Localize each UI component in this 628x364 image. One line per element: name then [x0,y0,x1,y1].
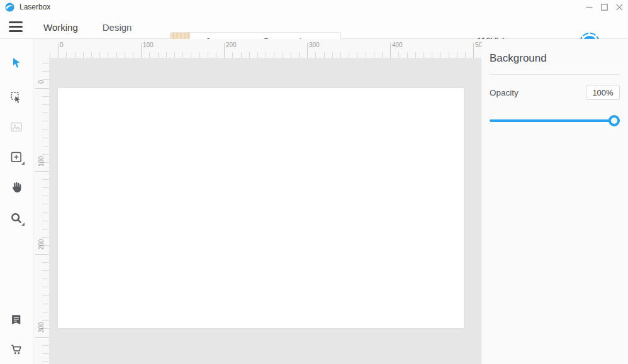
tab-working[interactable]: Working [42,14,79,41]
submenu-triangle-icon [21,223,25,226]
title-bar: Laserbox [0,0,628,14]
panel-title: Background [490,52,620,65]
close-button[interactable] [612,0,627,14]
slider-thumb[interactable] [608,115,620,126]
app-title: Laserbox [20,3,50,11]
bulletin-icon [9,313,23,327]
menu-button[interactable] [9,21,23,32]
background-panel: Background Opacity 100% [481,39,628,364]
v-ruler-label: 200 [38,224,45,250]
shape-tool[interactable] [5,146,28,168]
submenu-triangle-icon [21,162,25,165]
hamburger-icon [9,21,23,23]
image-tool[interactable] [5,116,28,138]
opacity-row: Opacity 100% [490,85,620,100]
maximize-button[interactable] [597,0,612,14]
cart-icon [9,343,23,356]
tab-working-label: Working [43,22,78,33]
v-ruler-label: 300 [38,307,45,333]
select-tool[interactable] [5,52,28,74]
left-toolbar [0,39,33,364]
h-ruler-label: 0 [60,41,64,48]
hand-icon [9,180,23,194]
h-ruler-label: 100 [143,41,154,48]
panel-divider [490,74,620,75]
zoom-tool[interactable] [5,207,28,229]
opacity-label: Opacity [490,88,519,97]
arrow-cursor-icon [9,56,23,70]
image-icon [9,120,23,134]
opacity-input[interactable]: 100% [586,85,620,100]
h-ruler-label: 200 [226,41,237,48]
h-ruler-label: 500 [475,41,481,48]
opacity-slider[interactable] [490,115,620,126]
v-ruler-label: 100 [38,141,45,167]
store-tool[interactable] [5,338,28,361]
toolbar: Working Design 3mm Basswood 110Vlsbx [0,14,628,39]
h-ruler-label: 300 [309,41,320,48]
tab-design[interactable]: Design [101,14,133,41]
news-tool[interactable] [5,309,28,331]
slider-fill [490,119,620,122]
minimize-icon [586,4,593,11]
close-icon [616,4,623,11]
mode-tabs: Working Design [42,14,133,39]
pan-tool[interactable] [5,176,28,199]
minimize-button[interactable] [581,0,597,14]
canvas-area: 0100200300400500 0100200300 [33,39,481,364]
marquee-select-tool[interactable] [5,86,28,109]
v-ruler-label: 0 [38,58,45,84]
laserbox-logo-icon [5,3,14,12]
h-ruler: 0100200300400500 [49,39,481,58]
workspace-page[interactable] [58,88,464,328]
v-ruler: 0100200300 [33,58,49,364]
window-controls [581,0,627,14]
tab-design-label: Design [103,22,132,33]
maximize-icon [601,4,608,11]
main-area: 0100200300400500 0100200300 Background O… [0,39,628,364]
h-ruler-label: 400 [392,41,403,48]
marquee-cursor-icon [9,91,23,104]
